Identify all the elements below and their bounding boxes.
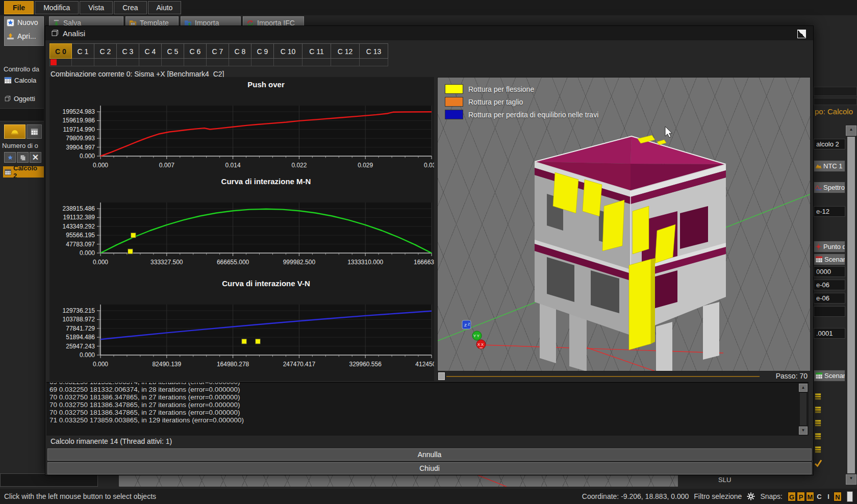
main-vertical-scrollbar[interactable] [847, 137, 855, 473]
menu-bar: FileModificaVistaCreaAiuto [0, 0, 857, 15]
new-button[interactable]: Nuovo [7, 18, 38, 27]
svg-text:333327.500: 333327.500 [150, 259, 183, 266]
gear-icon[interactable] [747, 492, 755, 500]
tab-c9[interactable]: C 9 [251, 43, 274, 59]
snap-toggle-m[interactable]: M [806, 492, 814, 501]
scrollbar-up-button[interactable]: ▲ [846, 125, 856, 136]
table-dark-icon [5, 169, 11, 175]
layers-icon[interactable] [814, 406, 822, 414]
left-panel-oggetti-item[interactable]: Oggetti [4, 95, 35, 103]
legend-label: Rottura per perdita di equilibrio nelle … [468, 111, 598, 119]
right-panel-row-fragment [814, 87, 857, 96]
annulla-button[interactable]: Annulla [47, 448, 812, 461]
svg-text:119714.990: 119714.990 [63, 126, 95, 133]
tab-c3[interactable]: C 3 [117, 43, 139, 59]
snap-toggle-n[interactable]: N [834, 492, 842, 501]
layers-icon[interactable] [814, 419, 822, 427]
svg-text:159619.986: 159619.986 [63, 117, 95, 124]
star-small-button[interactable] [4, 152, 16, 163]
right-panel-row-label: e-06 [816, 294, 829, 302]
x-icon: ✕ [32, 153, 39, 162]
tab-c11[interactable]: C 11 [303, 43, 331, 59]
scrollbar-down-button[interactable]: ▼ [846, 474, 856, 485]
tab-c7[interactable]: C 7 [207, 43, 229, 59]
right-panel-row-label: e-12 [816, 208, 829, 215]
right-panel-button-spettro[interactable]: Spettro [814, 182, 845, 193]
left-panel-calcola-item[interactable]: Calcola [4, 77, 36, 84]
tab-indicator-cell [184, 59, 207, 66]
right-panel-button-puntod[interactable]: Punto d [814, 241, 845, 253]
menu-crea[interactable]: Crea [114, 1, 146, 14]
right-panel-button-scenari[interactable]: Scenari [814, 254, 845, 265]
chiudi-button[interactable]: Chiudi [47, 462, 812, 474]
red-section-line [119, 474, 678, 487]
svg-text:1666637.500: 1666637.500 [414, 259, 434, 266]
right-panel-button-ntc1[interactable]: NTC 1 [814, 160, 845, 172]
right-panel-button-scenari[interactable]: Scenari [814, 370, 845, 382]
right-panel-row-label: e-06 [816, 281, 829, 289]
tab-c12[interactable]: C 12 [331, 43, 360, 59]
log-line: 71 0.033250 173859.003865, in 129 iterat… [49, 416, 244, 424]
tab-indicator-cell [49, 59, 72, 66]
log-line: 69 0.032250 181332.006374, in 28 iterati… [49, 386, 240, 393]
tab-c4[interactable]: C 4 [139, 43, 162, 59]
snap-toggle-g[interactable]: G [788, 492, 796, 501]
open-button[interactable]: Apri... [7, 32, 36, 40]
snap-toggle-p[interactable]: P [797, 492, 805, 501]
tab-indicator-cell [207, 59, 229, 66]
tab-c6[interactable]: C 6 [184, 43, 207, 59]
layers-icon[interactable] [814, 393, 822, 400]
right-panel-input[interactable]: e-06 [814, 293, 845, 304]
svg-text:95566.195: 95566.195 [66, 232, 95, 239]
tab-c1[interactable]: C 1 [72, 43, 94, 59]
log-scroll-up-button[interactable]: ▲ [799, 384, 808, 392]
layers-icon[interactable] [814, 433, 822, 440]
delete-small-button[interactable]: ✕ [30, 152, 41, 163]
right-panel-input[interactable] [814, 306, 845, 317]
log-scrollbar-track[interactable] [800, 393, 806, 425]
tab-c0[interactable]: C 0 [49, 43, 72, 59]
table-gray-icon [31, 128, 38, 136]
tab-c13[interactable]: C 13 [360, 43, 388, 59]
objects-icon [4, 95, 11, 103]
hardhat-tool-button[interactable] [4, 124, 26, 139]
legend-swatch [445, 97, 463, 107]
copy-small-button[interactable] [17, 152, 29, 163]
failure-legend: Rottura per flessioneRottura per taglioR… [445, 84, 598, 119]
charts-column: 0.00039904.99779809.993119714.990159619.… [49, 77, 434, 381]
dialog-title-bar[interactable]: Analisi [45, 26, 813, 40]
snap-toggle-i[interactable]: I [824, 492, 833, 501]
status-message: Click with the left mouse button to sele… [4, 492, 156, 500]
right-panel-input[interactable]: alcolo 2 [814, 139, 845, 149]
right-panel-input[interactable]: e-12 [814, 206, 845, 217]
menu-file[interactable]: File [4, 1, 34, 14]
layers-icon[interactable] [814, 446, 822, 453]
tab-c2[interactable]: C 2 [94, 43, 117, 59]
dialog-resize-icon[interactable] [797, 30, 806, 38]
tab-c10[interactable]: C 10 [274, 43, 303, 59]
tab-c5[interactable]: C 5 [162, 43, 184, 59]
snap-toggle-c[interactable]: C [815, 492, 823, 501]
step-slider-handle[interactable] [438, 372, 445, 380]
right-panel-input[interactable]: 0000 [814, 266, 845, 277]
right-panel-input[interactable]: e-06 [814, 280, 845, 290]
legend-label: Rottura per taglio [468, 98, 523, 106]
table-red-icon [815, 256, 823, 263]
coordinate-readout: Coordinate: -9.206, 18.883, 0.000 [582, 492, 689, 500]
menu-modifica[interactable]: Modifica [35, 1, 79, 14]
3d-scene: Z Z Y Y X X [438, 78, 811, 371]
right-panel-input[interactable]: .0001 [814, 328, 845, 339]
snap-toggles: GPMCIN [788, 492, 842, 501]
menu-aiuto[interactable]: Aiuto [148, 1, 182, 14]
svg-text:0.029: 0.029 [358, 162, 373, 169]
menu-vista[interactable]: Vista [80, 1, 113, 14]
grid-tool-button[interactable] [27, 124, 42, 139]
log-scroll-down-button[interactable]: ▼ [799, 426, 808, 435]
3d-viewport[interactable]: Z Z Y Y X X Rottura per flessioneRottura… [437, 77, 811, 371]
table-green-icon [815, 372, 823, 380]
tab-c8[interactable]: C 8 [229, 43, 251, 59]
selection-filter-label[interactable]: Filtro selezione [694, 492, 742, 500]
calcolo2-selected-item[interactable]: Calcolo 2 [3, 166, 44, 178]
mountain-icon [815, 163, 822, 169]
building-model [535, 135, 726, 371]
